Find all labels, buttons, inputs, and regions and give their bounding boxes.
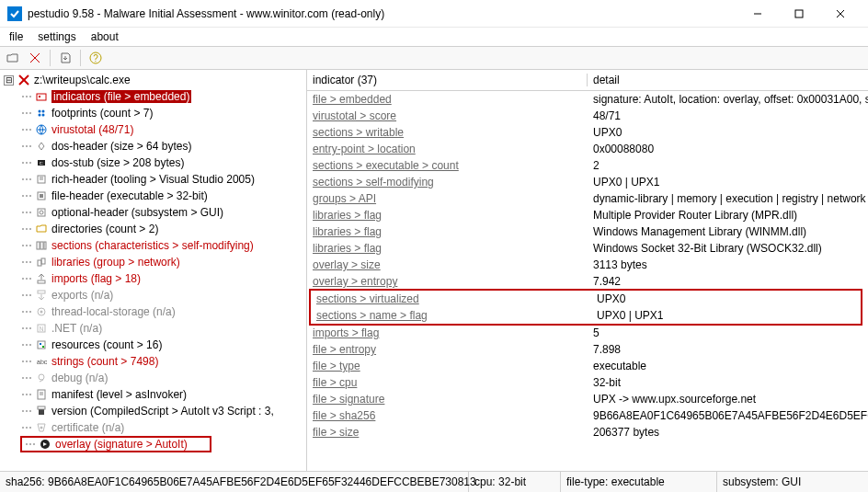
detail-row[interactable]: sections > virtualizedUPX0 [311, 291, 861, 307]
tree-panel: ⊟ z:\writeups\calc.exe ⋯indicators (file… [0, 70, 307, 471]
detail-value: dynamic-library | memory | execution | r… [588, 192, 868, 205]
indicator-link[interactable]: libraries > flag [313, 225, 382, 238]
tree-item[interactable]: ⋯rich-header (tooling > Visual Studio 20… [2, 171, 306, 188]
collapse-icon[interactable]: ⊟ [4, 75, 14, 86]
svg-point-13 [42, 110, 45, 113]
indicator-link[interactable]: virustotal > score [313, 109, 396, 122]
indicator-link[interactable]: file > entropy [313, 343, 376, 356]
detail-row[interactable]: sections > name > flagUPX0 | UPX1 [311, 307, 861, 324]
detail-row[interactable]: overlay > size3113 bytes [307, 257, 868, 273]
tree-item-label: sections (characteristics > self-modifyi… [51, 239, 254, 252]
indicator-link[interactable]: file > size [313, 426, 359, 439]
menu-file[interactable]: file [4, 29, 29, 44]
tree-item[interactable]: ⋯optional-header (subsystem > GUI) [2, 204, 306, 221]
indicator-link[interactable]: sections > virtualized [316, 292, 419, 305]
tree-item[interactable]: ⋯overlay (signature > AutoIt) [2, 436, 306, 452]
tree-item[interactable]: ⋯file-header (executable > 32-bit) [2, 188, 306, 204]
indicator-link[interactable]: file > embedded [313, 93, 392, 106]
indicator-link[interactable]: file > sha256 [313, 409, 375, 422]
indicator-link[interactable]: imports > flag [313, 326, 379, 339]
tree-item[interactable]: ⋯c:dos-stub (size > 208 bytes) [2, 154, 306, 171]
export-icon[interactable] [58, 51, 73, 65]
indicator-link[interactable]: libraries > flag [313, 209, 382, 222]
col-detail[interactable]: detail [588, 74, 868, 86]
close-button[interactable] [819, 1, 861, 27]
col-indicator[interactable]: indicator (37) [307, 74, 588, 86]
tree-item[interactable]: ⋯abcstrings (count > 7498) [2, 353, 306, 370]
indicator-link[interactable]: file > cpu [313, 376, 357, 389]
tree-branch-icon: ⋯ [20, 123, 33, 136]
detail-row[interactable]: groups > APIdynamic-library | memory | e… [307, 190, 868, 207]
tree-node-icon [35, 239, 48, 252]
detail-row[interactable]: overlay > entropy7.942 [307, 273, 868, 290]
help-icon[interactable]: ? [88, 51, 103, 65]
tree-root[interactable]: ⊟ z:\writeups\calc.exe [2, 72, 306, 88]
maximize-button[interactable] [778, 1, 819, 27]
tree-item[interactable]: ⋯imports (flag > 18) [2, 270, 306, 287]
indicator-link[interactable]: libraries > flag [313, 242, 382, 255]
detail-row[interactable]: libraries > flagMultiple Provider Router… [307, 207, 868, 223]
tree-item[interactable]: ⋯version (CompiledScript > AutoIt v3 Scr… [2, 403, 306, 419]
tree-item[interactable]: ⋯virustotal (48/71) [2, 121, 306, 138]
tree-item[interactable]: ⋯thread-local-storage (n/a) [2, 303, 306, 320]
indicator-link[interactable]: entry-point > location [313, 143, 416, 155]
tree-item[interactable]: ⋯footprints (count > 7) [2, 105, 306, 121]
indicator-link[interactable]: overlay > entropy [313, 275, 397, 288]
indicator-link[interactable]: groups > API [313, 192, 376, 205]
detail-row[interactable]: file > signatureUPX -> www.upx.sourcefor… [307, 391, 868, 407]
tree-node-icon [35, 123, 48, 136]
tree-item[interactable]: ⋯sections (characteristics > self-modify… [2, 237, 306, 254]
tree-node-icon: c: [35, 156, 48, 169]
tree-item[interactable]: ⋯certificate (n/a) [2, 419, 306, 436]
statusbar: sha256: 9B66A8EA0F1C64965B06E7A45AFBE56F… [0, 471, 868, 492]
detail-row[interactable]: file > entropy7.898 [307, 341, 868, 358]
indicator-link[interactable]: file > signature [313, 393, 384, 406]
indicator-link[interactable]: sections > writable [313, 126, 404, 139]
detail-row[interactable]: imports > flag5 [307, 325, 868, 341]
tree-item[interactable]: ⋯libraries (group > network) [2, 254, 306, 270]
tree-node-icon [35, 372, 48, 384]
tree-branch-icon: ⋯ [20, 239, 33, 252]
detail-value: UPX0 [588, 126, 868, 139]
tree-item[interactable]: ⋯dos-header (size > 64 bytes) [2, 138, 306, 154]
tree-item[interactable]: ⋯directories (count > 2) [2, 221, 306, 237]
indicator-link[interactable]: file > type [313, 360, 360, 372]
detail-row[interactable]: sections > executable > count2 [307, 157, 868, 174]
tree-branch-icon: ⋯ [24, 438, 37, 451]
close-file-icon[interactable] [28, 51, 42, 65]
tree-item[interactable]: ⋯N.NET (n/a) [2, 320, 306, 337]
svg-rect-27 [40, 242, 43, 249]
menu-about[interactable]: about [86, 29, 124, 44]
tree-item[interactable]: ⋯manifest (level > asInvoker) [2, 386, 306, 403]
detail-row[interactable]: file > cpu32-bit [307, 374, 868, 391]
indicator-link[interactable]: sections > self-modifying [313, 176, 434, 189]
tree-item[interactable]: ⋯resources (count > 16) [2, 337, 306, 353]
svg-rect-32 [38, 291, 45, 293]
detail-row[interactable]: libraries > flagWindows Socket 32-Bit Li… [307, 240, 868, 257]
detail-row[interactable]: file > embeddedsignature: AutoIt, locati… [307, 91, 868, 108]
indicator-link[interactable]: overlay > size [313, 258, 381, 271]
minimize-button[interactable] [737, 1, 778, 27]
detail-row[interactable]: sections > self-modifyingUPX0 | UPX1 [307, 174, 868, 190]
tree-item-label: virustotal (48/71) [51, 123, 133, 136]
open-icon[interactable] [6, 51, 20, 65]
tree-item[interactable]: ⋯indicators (file > embedded) [2, 88, 306, 105]
indicator-link[interactable]: sections > executable > count [313, 159, 459, 172]
tree-item[interactable]: ⋯debug (n/a) [2, 370, 306, 386]
tree-item[interactable]: ⋯exports (n/a) [2, 287, 306, 303]
detail-row[interactable]: file > typeexecutable [307, 358, 868, 374]
tree-item-label: optional-header (subsystem > GUI) [51, 206, 223, 219]
detail-row[interactable]: virustotal > score48/71 [307, 108, 868, 124]
detail-value: UPX -> www.upx.sourceforge.net [588, 393, 868, 406]
detail-row[interactable]: sections > writableUPX0 [307, 124, 868, 141]
svg-point-15 [42, 114, 45, 117]
detail-row[interactable]: entry-point > location0x00088080 [307, 141, 868, 157]
detail-row[interactable]: file > size206377 bytes [307, 424, 868, 441]
detail-value: executable [588, 360, 868, 372]
detail-row[interactable]: file > sha2569B66A8EA0F1C64965B06E7A45AF… [307, 407, 868, 424]
detail-row[interactable]: libraries > flagWindows Management Libra… [307, 223, 868, 240]
svg-rect-1 [795, 10, 803, 17]
menu-settings[interactable]: settings [32, 29, 81, 44]
indicator-link[interactable]: sections > name > flag [316, 309, 428, 322]
tree-node-icon [35, 272, 48, 285]
